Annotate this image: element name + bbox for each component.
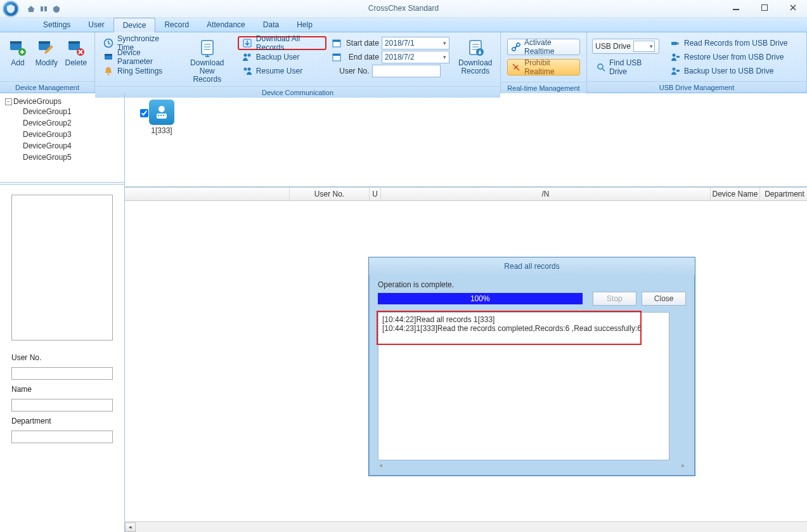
column-header[interactable]: U [370, 188, 381, 200]
name-label: Name [11, 385, 113, 394]
svg-rect-36 [676, 70, 680, 72]
main-pane: 1[333] User No.U/NDevice NameDepartmentP… [125, 93, 807, 532]
svg-rect-5 [10, 41, 22, 44]
prohibit-realtime-button[interactable]: Prohibit Realtime [507, 59, 580, 75]
device-item[interactable]: 1[333] [149, 100, 174, 135]
qat-misc2-icon[interactable] [51, 3, 62, 15]
svg-point-18 [243, 54, 247, 57]
menu-data[interactable]: Data [254, 18, 288, 32]
column-header[interactable]: Department [760, 188, 807, 200]
usb-read-icon [670, 38, 680, 48]
svg-rect-39 [158, 115, 159, 116]
window-title: CrossChex Standard [0, 4, 807, 13]
restore-user-usb-button[interactable]: Restore User from USB Drive [666, 50, 792, 64]
menu-device[interactable]: Device [113, 18, 156, 32]
dialog-title: Read all records [369, 257, 695, 275]
log-line: [10:44:23]1[333]Read the records complet… [382, 324, 665, 333]
device-parameter-button[interactable]: Device Parameter [99, 50, 177, 64]
qat-misc1-icon[interactable] [38, 3, 49, 15]
tree-node[interactable]: DeviceGroup5 [23, 152, 119, 163]
window-minimize-button[interactable] [721, 0, 750, 15]
tree-node[interactable]: DeviceGroup2 [23, 117, 119, 129]
svg-rect-0 [41, 6, 43, 11]
close-button[interactable]: Close [642, 292, 686, 306]
clock-icon [103, 38, 113, 48]
menu-bar: SettingsUserDeviceRecordAttendanceDataHe… [0, 18, 807, 32]
horizontal-scrollbar[interactable]: ◂ ▸ [125, 521, 807, 532]
tree-node[interactable]: DeviceGroup4 [23, 140, 119, 152]
svg-rect-8 [39, 41, 50, 44]
window-close-button[interactable] [778, 0, 807, 15]
column-header[interactable]: /N [381, 188, 711, 200]
column-header[interactable] [125, 188, 290, 200]
menu-help[interactable]: Help [288, 18, 321, 32]
download-new-records-button[interactable]: Download New Records [181, 35, 234, 84]
download-records-button[interactable]: Download Records [455, 35, 496, 75]
svg-point-30 [598, 64, 603, 69]
activate-realtime-button[interactable]: Activate Realtime [507, 39, 580, 55]
log-line: [10:44:22]Read all records 1[333] [382, 315, 665, 324]
name-input[interactable] [11, 399, 113, 412]
download-all-records-button[interactable]: Download All Records [238, 36, 326, 50]
end-date-field: End date 2018/7/2▾ [330, 50, 451, 64]
user-no-label: User No. [11, 353, 113, 362]
svg-point-15 [108, 74, 110, 75]
scroll-left-button[interactable]: ◂ [125, 522, 136, 532]
workspace: − DeviceGroups DeviceGroup1DeviceGroup2D… [0, 93, 807, 532]
svg-rect-41 [163, 115, 164, 116]
column-header[interactable]: User No. [290, 188, 370, 200]
resume-user-button[interactable]: Resume User [238, 64, 326, 78]
window-maximize-button[interactable] [750, 0, 778, 15]
download-records-icon [465, 37, 486, 58]
delete-device-button[interactable]: Delete [61, 35, 91, 67]
users-down-icon [242, 66, 252, 76]
svg-point-19 [247, 54, 250, 57]
column-header[interactable]: Device Name [711, 188, 760, 200]
add-device-button[interactable]: Add [4, 35, 32, 67]
bell-icon [103, 66, 113, 76]
log-scrollbar[interactable]: ◂▸ [378, 460, 686, 469]
tree-collapse-icon[interactable]: − [5, 98, 12, 105]
svg-point-20 [243, 68, 247, 71]
left-pane: − DeviceGroups DeviceGroup1DeviceGroup2D… [0, 93, 125, 532]
svg-point-33 [673, 54, 676, 57]
usb-backup-icon [670, 66, 680, 76]
find-usb-drive-button[interactable]: Find USB Drive [592, 60, 659, 74]
menu-record[interactable]: Record [155, 18, 198, 32]
backup-user-button[interactable]: Backup User [238, 50, 326, 64]
device-item-icon [149, 100, 174, 125]
ribbon: Add Modify Delete Device Management Sync… [0, 32, 807, 93]
device-icon [103, 52, 113, 62]
usb-drive-selector[interactable]: USB Drive ▾ [592, 39, 659, 54]
tree-root[interactable]: − DeviceGroups [5, 97, 119, 106]
start-date-input[interactable]: 2018/7/1▾ [382, 37, 449, 49]
device-item-checkbox[interactable] [140, 109, 148, 117]
svg-rect-34 [676, 56, 680, 58]
usb-restore-icon [670, 52, 680, 62]
app-logo [3, 1, 19, 17]
ribbon-group-device-management: Add Modify Delete Device Management [0, 32, 95, 93]
menu-settings[interactable]: Settings [34, 18, 79, 32]
tree-node[interactable]: DeviceGroup1 [23, 106, 119, 117]
svg-rect-2 [733, 9, 739, 10]
ribbon-group-usb: USB Drive ▾ Find USB Drive Read Records … [587, 32, 807, 93]
modify-device-button[interactable]: Modify [32, 35, 61, 67]
backup-user-usb-button[interactable]: Backup User to USB Drive [666, 64, 792, 78]
log-output: [10:44:22]Read all records 1[333][10:44:… [378, 312, 669, 460]
menu-user[interactable]: User [79, 18, 113, 32]
department-input[interactable] [11, 431, 113, 443]
read-records-usb-button[interactable]: Read Records from USB Drive [666, 36, 792, 50]
end-date-input[interactable]: 2018/7/2▾ [382, 51, 449, 63]
svg-point-37 [158, 106, 165, 112]
modify-icon [36, 37, 56, 58]
tree-node[interactable]: DeviceGroup3 [23, 129, 119, 140]
link-icon [512, 42, 520, 52]
qat-home-icon[interactable] [25, 3, 37, 15]
chevron-down-icon: ▾ [443, 54, 446, 60]
user-no-filter-input[interactable] [372, 65, 441, 77]
user-no-input[interactable] [11, 367, 113, 380]
ribbon-group-device-communication: Synchronize Time Device Parameter Ring S… [95, 32, 501, 93]
detail-form: User No. Name Department [0, 185, 124, 532]
menu-attendance[interactable]: Attendance [198, 18, 254, 32]
ring-settings-button[interactable]: Ring Settings [99, 64, 177, 78]
